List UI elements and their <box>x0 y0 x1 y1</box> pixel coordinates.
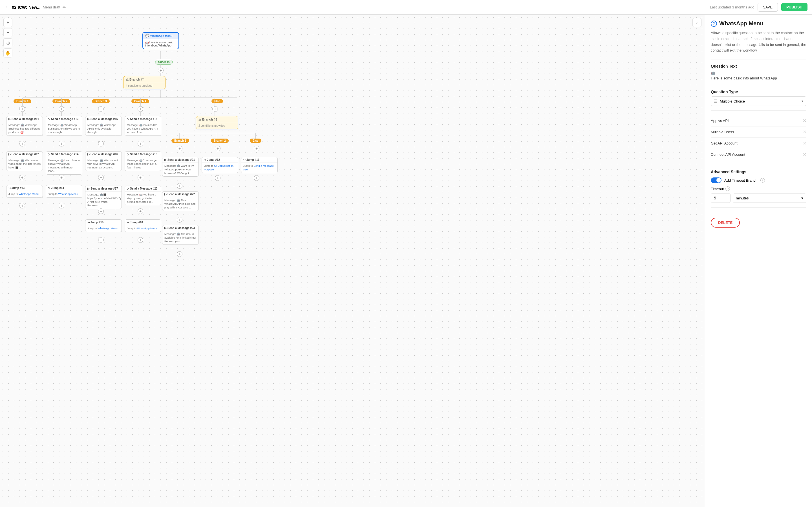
send-message-20[interactable]: ▷ Send a Message #20 Message: 🤖 We have … <box>124 186 161 205</box>
plus-21-22[interactable]: + <box>177 183 183 189</box>
plus-b5-else[interactable]: + <box>254 146 259 151</box>
send-message-19[interactable]: ▷ Send a Message #19 Message: 🤖 You can … <box>124 151 161 171</box>
divider-1 <box>711 59 806 59</box>
panel-title: WhatsApp Menu <box>719 20 763 27</box>
plus-11-12[interactable]: + <box>19 141 25 147</box>
plus-13-14[interactable]: + <box>59 141 64 147</box>
whatsapp-menu-node[interactable]: 💬 WhatsApp Menu 🤖 Here is some basic inf… <box>142 32 179 49</box>
fit-button[interactable]: ⊕ <box>3 38 12 47</box>
send-message-12[interactable]: ▷ Send a Message #12 Message: 🤖 We have … <box>6 151 43 171</box>
plus-b4[interactable]: + <box>138 106 143 112</box>
branch5-branch2-badge: Branch 2 <box>211 138 229 143</box>
jump-12[interactable]: ↪ Jump #12 Jump to Q: Conversation Purpo… <box>202 157 238 173</box>
timeout-label-help-icon[interactable]: ? <box>725 186 730 191</box>
send-message-13[interactable]: ▷ Send a Message #13 Message: 🤖 WhatsApp… <box>46 116 82 136</box>
plus-end-1[interactable]: + <box>19 203 25 209</box>
advanced-settings-label: Advanced Settings <box>711 170 806 174</box>
jump-12-link[interactable]: Q: Conversation Purpose <box>204 164 234 171</box>
plus-22-23[interactable]: + <box>177 217 183 223</box>
plus-14-15[interactable]: + <box>59 175 64 180</box>
question-type-value: Multiple Choice <box>720 99 802 103</box>
send-message-11[interactable]: ▷ Send a Message #11 Message: 🤖 WhatsApp… <box>6 116 43 136</box>
jump-icon-16: ↪ <box>127 221 129 224</box>
zoom-out-button[interactable]: − <box>3 28 12 37</box>
send-message-14[interactable]: ▷ Send a Message #14 Message: 🤖 Learn ho… <box>46 151 82 175</box>
plus-end-4[interactable]: + <box>138 237 143 243</box>
plus-17-15[interactable]: + <box>98 209 104 214</box>
branch4-header: ⚠ Branch #4 <box>123 76 165 83</box>
back-button[interactable]: ← <box>4 4 10 10</box>
send-icon-20: ▷ <box>127 187 129 190</box>
answer-delete-4[interactable]: ✕ <box>803 152 806 157</box>
header: ← 02 ICW: New... Menu draft ✏ Last updat… <box>0 0 812 15</box>
answer-row-1: App vs API ✕ <box>711 115 806 126</box>
header-right: Last updated 3 months ago SAVE PUBLISH <box>710 3 808 11</box>
publish-button[interactable]: PUBLISH <box>781 3 808 11</box>
jump-11[interactable]: ↪ Jump #11 Jump to Send a Message #10 <box>241 157 278 173</box>
toggle-knob <box>716 178 721 182</box>
branch5-header: ⚠ Branch #5 <box>196 116 238 123</box>
plus-b3[interactable]: + <box>98 106 104 112</box>
send-message-16[interactable]: ▷ Send a Message #16 Message: 🤖 We conne… <box>85 151 122 171</box>
plus-b5-2[interactable]: + <box>215 146 220 151</box>
send-message-15[interactable]: ▷ Send a Message #15 Message: 🤖 WhatsApp… <box>85 116 122 136</box>
plus-end-7[interactable]: + <box>254 175 259 181</box>
add-timeout-label: Add Timeout Branch <box>724 178 758 182</box>
plus-end-5[interactable]: + <box>177 251 183 257</box>
jump-icon-13: ↪ <box>8 186 11 189</box>
hand-tool-button[interactable]: ✋ <box>3 48 12 57</box>
answer-delete-3[interactable]: ✕ <box>803 140 806 146</box>
plus-b5-1[interactable]: + <box>177 146 183 151</box>
answer-delete-1[interactable]: ✕ <box>803 118 806 123</box>
answer-label-1: App vs API <box>711 119 803 123</box>
plus-20-16[interactable]: + <box>138 209 143 214</box>
plus-19-20[interactable]: + <box>138 175 143 180</box>
plus-end-6[interactable]: + <box>215 175 220 181</box>
jump-14[interactable]: ↪ Jump #14 Jump to WhatsApp Menu <box>46 185 82 198</box>
flow-canvas[interactable]: + − ⊕ ✋ › <box>0 15 705 507</box>
plus-16-17[interactable]: + <box>98 175 104 180</box>
plus-12-13[interactable]: + <box>19 175 25 180</box>
plus-else[interactable]: + <box>212 106 218 112</box>
zoom-in-button[interactable]: + <box>3 18 12 27</box>
send-message-18[interactable]: ▷ Send a Message #18 Message: 🤖 Sounds l… <box>124 116 161 136</box>
plus-button-after-success[interactable]: + <box>158 68 163 73</box>
timeout-number-input[interactable] <box>711 193 730 203</box>
send-icon-16: ▷ <box>87 153 90 156</box>
send-message-17[interactable]: ▷ Send a Message #17 Message: 🤖🎬 https:/… <box>85 186 122 209</box>
send-icon-15: ▷ <box>87 117 90 121</box>
question-type-select[interactable]: ☰ Multiple Choice ▾ <box>711 96 806 106</box>
plus-15-16[interactable]: + <box>98 141 104 147</box>
timeout-unit-value: minutes <box>736 196 749 200</box>
edit-icon[interactable]: ✏ <box>63 5 66 10</box>
divider-5 <box>711 207 806 208</box>
send-message-23[interactable]: ▷ Send a Message #23 Message: 🤖 The deal… <box>162 225 199 245</box>
jump-15-link[interactable]: WhatsApp Menu <box>98 227 117 230</box>
jump-16[interactable]: ↪ Jump #16 Jump to WhatsApp Menu <box>124 219 161 232</box>
timeout-toggle[interactable] <box>711 177 721 183</box>
branch5-node[interactable]: ⚠ Branch #5 2 conditions provided <box>196 116 238 129</box>
branch2-badge: Branch 2 <box>52 99 70 103</box>
jump-11-link[interactable]: Send a Message #10 <box>243 164 274 171</box>
jump-13[interactable]: ↪ Jump #13 Jump to WhatsApp Menu <box>6 185 43 198</box>
expand-panel-button[interactable]: › <box>693 18 702 27</box>
send-icon-12: ▷ <box>8 153 11 156</box>
send-icon-18: ▷ <box>127 117 129 121</box>
send-message-22[interactable]: ▷ Send a Message #22 Message: 🤖 This Wha… <box>162 191 199 211</box>
plus-b1[interactable]: + <box>19 106 25 112</box>
jump-15[interactable]: ↪ Jump #15 Jump to WhatsApp Menu <box>85 219 122 232</box>
plus-18-19[interactable]: + <box>138 141 143 147</box>
send-message-21[interactable]: ▷ Send a Message #21 Message: 🤖 Want to … <box>162 157 199 177</box>
delete-button[interactable]: DELETE <box>711 218 740 228</box>
plus-b2[interactable]: + <box>59 106 64 112</box>
branch4-node[interactable]: ⚠ Branch #4 4 conditions provided <box>123 76 165 89</box>
jump-14-link[interactable]: WhatsApp Menu <box>58 192 78 195</box>
jump-13-link[interactable]: WhatsApp Menu <box>18 192 38 195</box>
timeout-unit-select[interactable]: minutes ▾ <box>733 193 806 203</box>
save-button[interactable]: SAVE <box>758 3 778 11</box>
plus-end-2[interactable]: + <box>59 203 64 209</box>
timeout-help-icon[interactable]: ? <box>760 178 765 182</box>
jump-16-link[interactable]: WhatsApp Menu <box>137 227 157 230</box>
answer-delete-2[interactable]: ✕ <box>803 129 806 135</box>
plus-end-3[interactable]: + <box>98 237 104 243</box>
